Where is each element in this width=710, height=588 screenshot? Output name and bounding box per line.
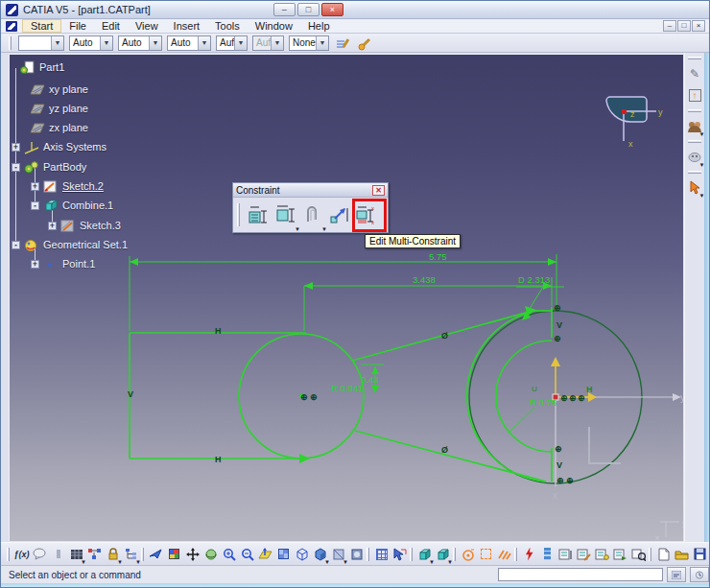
painter-icon[interactable] xyxy=(334,35,351,51)
fix-together-button[interactable] xyxy=(325,200,352,229)
tree-item-axis-systems[interactable]: + Axis Systems xyxy=(12,139,106,154)
shading-icon[interactable]: ▼ xyxy=(312,546,328,562)
3d-viewport[interactable]: y x y x xyxy=(9,54,683,541)
contact-constraint-button[interactable]: ▼ xyxy=(298,200,325,229)
multi-view-icon[interactable] xyxy=(275,546,292,562)
3d-compass[interactable]: z y x xyxy=(597,91,666,151)
layer-combo[interactable]: None▼ xyxy=(289,35,329,51)
minimize-button[interactable]: – xyxy=(273,3,296,16)
edit-multi-constraint-button[interactable]: xx xyxy=(352,200,379,229)
chevron-down-icon[interactable]: ▼ xyxy=(149,36,161,50)
line-color-combo[interactable]: Auto▼ xyxy=(69,35,113,51)
chevron-down-icon[interactable]: ▼ xyxy=(316,36,328,50)
tree-item-sketch2[interactable]: + Sketch.2 xyxy=(31,178,104,194)
expander-icon[interactable]: + xyxy=(48,222,57,230)
toolbar-grip[interactable] xyxy=(9,36,12,50)
edit-multi-constraint-small-icon[interactable] xyxy=(630,546,647,562)
wizard-brush-icon[interactable] xyxy=(356,35,373,51)
menu-help[interactable]: Help xyxy=(300,19,338,33)
sketch-tools-circle-icon[interactable] xyxy=(460,546,476,562)
save-icon[interactable] xyxy=(692,546,708,562)
fly-mode-icon[interactable] xyxy=(148,546,164,562)
dim-radius-inner[interactable]: R 0.75 xyxy=(530,397,556,408)
tree-item-yz-plane[interactable]: yz plane xyxy=(29,101,88,116)
auto-constraint-icon[interactable] xyxy=(594,546,610,562)
exit-workbench-icon[interactable]: ↑ xyxy=(687,87,703,104)
toolbar-grip[interactable] xyxy=(237,203,240,226)
expander-icon[interactable]: - xyxy=(12,241,20,249)
chevron-down-icon[interactable]: ▼ xyxy=(234,36,247,50)
chevron-down-icon[interactable]: ▼ xyxy=(51,36,63,50)
zoom-in-icon[interactable] xyxy=(221,546,237,562)
render-style-icon[interactable] xyxy=(348,546,365,562)
power-input-field[interactable] xyxy=(498,568,663,581)
rotate-icon[interactable] xyxy=(202,546,219,562)
constraint-creation-icon[interactable] xyxy=(576,546,592,562)
expander-icon[interactable]: - xyxy=(31,201,39,210)
knowledge-fx-icon[interactable]: ƒ(x) xyxy=(13,546,30,562)
dialog-toggle-button[interactable] xyxy=(667,567,686,582)
menu-insert[interactable]: Insert xyxy=(166,19,208,33)
sketch-canvas[interactable]: y x y x xyxy=(10,55,683,541)
point-symbol-combo[interactable]: Auf▼ xyxy=(216,35,248,51)
expander-icon[interactable]: + xyxy=(31,260,39,269)
grid-icon[interactable] xyxy=(373,546,390,562)
hidden-edges-icon[interactable]: ▼ xyxy=(330,546,346,562)
tree-item-partbody[interactable]: - PartBody xyxy=(12,159,86,175)
dim-overall-width[interactable]: 5.75 xyxy=(429,251,447,262)
tree-item-part1[interactable]: Part1 xyxy=(19,59,64,75)
menu-edit[interactable]: Edit xyxy=(94,19,128,33)
comment-bubble-icon[interactable] xyxy=(32,546,48,562)
knowledge-button[interactable] xyxy=(690,567,709,582)
mdi-close-button[interactable]: × xyxy=(692,20,705,32)
tree-item-sketch3[interactable]: + Sketch.3 xyxy=(48,218,121,233)
menu-window[interactable]: Window xyxy=(248,19,300,33)
open-folder-icon[interactable] xyxy=(674,546,690,562)
select-pointer-icon[interactable]: ▼ xyxy=(687,179,703,196)
expander-icon[interactable]: + xyxy=(31,182,39,191)
sketch-analysis-icon[interactable]: ▼ xyxy=(416,546,433,562)
collaboration-people-icon[interactable]: ▼ xyxy=(687,118,703,134)
tree-item-xy-plane[interactable]: xy plane xyxy=(29,82,88,97)
chevron-down-icon[interactable]: ▼ xyxy=(100,36,112,50)
toolbar-grip[interactable] xyxy=(688,57,701,59)
zoom-out-icon[interactable] xyxy=(239,546,255,562)
dim-radius-mid[interactable]: R 0.841 xyxy=(331,383,363,393)
constraint-toolbar[interactable]: Constraint ✕ ▼ ▼ xyxy=(232,182,389,233)
update-icon[interactable] xyxy=(521,546,537,562)
constraints-dialog-icon[interactable] xyxy=(557,546,574,562)
pan-icon[interactable] xyxy=(184,546,201,562)
construction-elements-icon[interactable] xyxy=(478,546,494,562)
fit-all-in-icon[interactable] xyxy=(166,546,182,562)
tree-structure-icon[interactable]: ▼ xyxy=(123,546,139,562)
tree-item-geometrical-set1[interactable]: - Geometrical Set.1 xyxy=(12,237,128,252)
menu-view[interactable]: View xyxy=(128,19,166,33)
line-weight-combo[interactable]: Auto▼ xyxy=(167,35,211,51)
expander-icon[interactable]: - xyxy=(12,163,20,172)
toolbar-grip[interactable] xyxy=(7,548,10,561)
mdi-minimize-button[interactable]: – xyxy=(663,20,676,32)
sketcher-icon[interactable]: ✎ xyxy=(687,65,703,82)
sketch-solving-status-icon[interactable]: ▼ xyxy=(435,546,451,562)
fill-color-combo[interactable]: ▼ xyxy=(18,35,64,51)
iso-view-icon[interactable] xyxy=(294,546,310,562)
expander-icon[interactable]: + xyxy=(12,143,20,152)
constraint-button[interactable]: ▼ xyxy=(272,200,298,229)
close-button[interactable]: × xyxy=(321,3,343,16)
menu-start[interactable]: Start xyxy=(22,19,61,33)
dim-offset[interactable]: 0.43 xyxy=(361,374,379,385)
lock-icon[interactable]: ▼ xyxy=(105,546,121,562)
snap-to-point-icon[interactable] xyxy=(391,546,408,562)
mask-icon[interactable]: ▼ xyxy=(687,149,703,165)
tree-item-combine1[interactable]: - Combine.1 xyxy=(31,198,113,213)
dim-diameter[interactable]: D 2.313 xyxy=(518,274,550,285)
animate-constraint-icon[interactable] xyxy=(496,546,512,562)
knowledge-inspector-icon[interactable] xyxy=(50,546,66,562)
animate-constraints-icon[interactable] xyxy=(612,546,628,562)
relations-icon[interactable] xyxy=(86,546,103,562)
mdi-restore-button[interactable]: □ xyxy=(677,20,691,32)
maximize-button[interactable]: □ xyxy=(297,3,320,16)
constraints-in-dialog-button[interactable] xyxy=(245,200,272,229)
close-icon[interactable]: ✕ xyxy=(372,185,385,196)
design-table-icon[interactable]: ▼ xyxy=(68,546,84,562)
